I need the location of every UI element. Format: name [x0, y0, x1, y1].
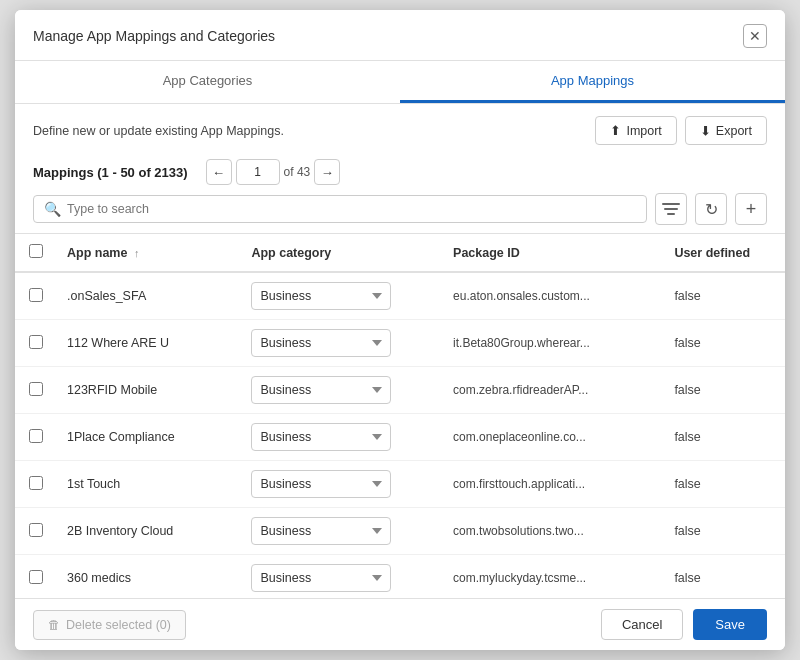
table-row: 112 Where ARE UBusinessEntertainmentProd…: [15, 320, 785, 367]
row-checkbox[interactable]: [29, 429, 43, 443]
row-checkbox-cell: [15, 320, 55, 367]
cancel-button[interactable]: Cancel: [601, 609, 683, 640]
import-icon: ⬆: [610, 123, 621, 138]
row-app-name: 112 Where ARE U: [55, 320, 239, 367]
search-row: 🔍 ↻ +: [15, 193, 785, 233]
next-page-button[interactable]: →: [314, 159, 340, 185]
category-select[interactable]: BusinessEntertainmentProductivityUtiliti…: [251, 564, 391, 592]
row-app-category: BusinessEntertainmentProductivityUtiliti…: [239, 508, 441, 555]
svg-rect-2: [667, 213, 675, 215]
export-icon: ⬆: [700, 123, 711, 138]
table-row: 1Place ComplianceBusinessEntertainmentPr…: [15, 414, 785, 461]
row-checkbox-cell: [15, 272, 55, 320]
row-checkbox-cell: [15, 555, 55, 599]
svg-rect-0: [662, 203, 680, 205]
category-select[interactable]: BusinessEntertainmentProductivityUtiliti…: [251, 517, 391, 545]
import-label: Import: [626, 124, 661, 138]
page-of-label: of 43: [284, 165, 311, 179]
row-package-id: com.zebra.rfidreaderAP...: [441, 367, 662, 414]
row-package-id: com.firsttouch.applicati...: [441, 461, 662, 508]
filter-button[interactable]: [655, 193, 687, 225]
row-checkbox-cell: [15, 367, 55, 414]
row-checkbox-cell: [15, 414, 55, 461]
row-user-defined: false: [662, 414, 785, 461]
row-package-id: com.twobsolutions.two...: [441, 508, 662, 555]
filter-icon: [662, 202, 680, 216]
category-select[interactable]: BusinessEntertainmentProductivityUtiliti…: [251, 282, 391, 310]
row-app-name: 1Place Compliance: [55, 414, 239, 461]
delete-label: Delete selected (0): [66, 618, 171, 632]
category-select[interactable]: BusinessEntertainmentProductivityUtiliti…: [251, 423, 391, 451]
modal-footer: 🗑 Delete selected (0) Cancel Save: [15, 598, 785, 650]
row-app-name: 123RFID Mobile: [55, 367, 239, 414]
search-icon: 🔍: [44, 201, 61, 217]
row-user-defined: false: [662, 367, 785, 414]
sort-arrow-icon: ↑: [134, 247, 140, 259]
tab-app-categories[interactable]: App Categories: [15, 61, 400, 103]
mappings-bar: Mappings (1 - 50 of 2133) ← of 43 →: [15, 153, 785, 193]
search-input[interactable]: [67, 202, 636, 216]
row-app-name: 2B Inventory Cloud: [55, 508, 239, 555]
import-button[interactable]: ⬆ Import: [595, 116, 676, 145]
header-user-defined[interactable]: User defined: [662, 234, 785, 272]
row-user-defined: false: [662, 320, 785, 367]
add-button[interactable]: +: [735, 193, 767, 225]
close-button[interactable]: ✕: [743, 24, 767, 48]
row-app-category: BusinessEntertainmentProductivityUtiliti…: [239, 414, 441, 461]
delete-selected-button[interactable]: 🗑 Delete selected (0): [33, 610, 186, 640]
row-checkbox[interactable]: [29, 523, 43, 537]
export-button[interactable]: ⬆ Export: [685, 116, 767, 145]
header-checkbox-cell: [15, 234, 55, 272]
table-header-row: App name ↑ App category Package ID User …: [15, 234, 785, 272]
footer-right: Cancel Save: [601, 609, 767, 640]
row-package-id: com.myluckyday.tcsme...: [441, 555, 662, 599]
row-app-name: 1st Touch: [55, 461, 239, 508]
trash-icon: 🗑: [48, 618, 61, 632]
category-select[interactable]: BusinessEntertainmentProductivityUtiliti…: [251, 329, 391, 357]
manage-app-mappings-modal: Manage App Mappings and Categories ✕ App…: [15, 10, 785, 650]
top-bar: Define new or update existing App Mappin…: [15, 104, 785, 153]
row-app-name: 360 medics: [55, 555, 239, 599]
row-user-defined: false: [662, 461, 785, 508]
tab-app-mappings[interactable]: App Mappings: [400, 61, 785, 103]
row-checkbox[interactable]: [29, 288, 43, 302]
row-app-category: BusinessEntertainmentProductivityUtiliti…: [239, 367, 441, 414]
svg-rect-1: [664, 208, 678, 210]
table-row: 360 medicsBusinessEntertainmentProductiv…: [15, 555, 785, 599]
header-package-id[interactable]: Package ID: [441, 234, 662, 272]
mappings-label: Mappings (1 - 50 of 2133): [33, 165, 188, 180]
mappings-table: App name ↑ App category Package ID User …: [15, 234, 785, 598]
define-text: Define new or update existing App Mappin…: [33, 124, 284, 138]
row-checkbox[interactable]: [29, 335, 43, 349]
row-checkbox-cell: [15, 461, 55, 508]
prev-page-button[interactable]: ←: [206, 159, 232, 185]
row-app-category: BusinessEntertainmentProductivityUtiliti…: [239, 320, 441, 367]
row-checkbox[interactable]: [29, 382, 43, 396]
table-row: .onSales_SFABusinessEntertainmentProduct…: [15, 272, 785, 320]
refresh-button[interactable]: ↻: [695, 193, 727, 225]
row-package-id: eu.aton.onsales.custom...: [441, 272, 662, 320]
header-app-category[interactable]: App category: [239, 234, 441, 272]
save-button[interactable]: Save: [693, 609, 767, 640]
row-checkbox[interactable]: [29, 570, 43, 584]
row-user-defined: false: [662, 272, 785, 320]
tabs-bar: App Categories App Mappings: [15, 61, 785, 104]
row-package-id: it.Beta80Group.wherear...: [441, 320, 662, 367]
action-buttons: ⬆ Import ⬆ Export: [595, 116, 767, 145]
table-row: 2B Inventory CloudBusinessEntertainmentP…: [15, 508, 785, 555]
table-row: 1st TouchBusinessEntertainmentProductivi…: [15, 461, 785, 508]
row-user-defined: false: [662, 508, 785, 555]
category-select[interactable]: BusinessEntertainmentProductivityUtiliti…: [251, 470, 391, 498]
category-select[interactable]: BusinessEntertainmentProductivityUtiliti…: [251, 376, 391, 404]
table-wrap: App name ↑ App category Package ID User …: [15, 233, 785, 598]
header-app-name[interactable]: App name ↑: [55, 234, 239, 272]
row-app-name: .onSales_SFA: [55, 272, 239, 320]
row-checkbox[interactable]: [29, 476, 43, 490]
row-user-defined: false: [662, 555, 785, 599]
modal-body: Define new or update existing App Mappin…: [15, 104, 785, 598]
modal-title: Manage App Mappings and Categories: [33, 28, 275, 44]
row-app-category: BusinessEntertainmentProductivityUtiliti…: [239, 272, 441, 320]
export-label: Export: [716, 124, 752, 138]
page-input[interactable]: [236, 159, 280, 185]
select-all-checkbox[interactable]: [29, 244, 43, 258]
